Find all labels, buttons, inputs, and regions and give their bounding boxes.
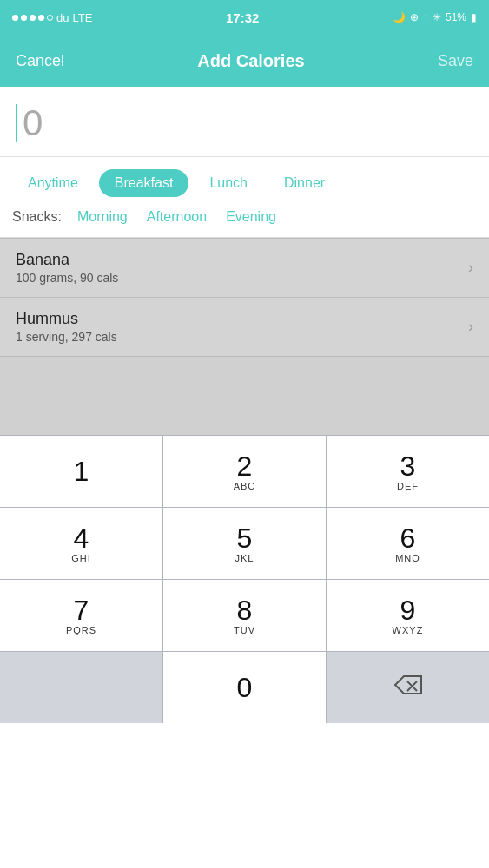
status-bar: du LTE 17:32 🌙 ⊕ ↑ ✳ 51% ▮ (0, 0, 489, 35)
meal-tabs-section: Anytime Breakfast Lunch Dinner Snacks: M… (0, 157, 489, 238)
tab-breakfast[interactable]: Breakfast (99, 169, 189, 197)
dot3 (30, 15, 36, 21)
moon-icon: 🌙 (393, 11, 406, 23)
key-5[interactable]: 5 JKL (163, 508, 327, 579)
status-right: 🌙 ⊕ ↑ ✳ 51% ▮ (393, 11, 477, 23)
chevron-icon-hummus: › (468, 318, 473, 336)
food-detail-banana: 100 grams, 90 cals (16, 271, 468, 285)
bluetooth-icon: ✳ (433, 11, 441, 23)
battery-icon: ▮ (471, 11, 477, 23)
backspace-icon (393, 674, 424, 702)
key-2[interactable]: 2 ABC (163, 436, 327, 507)
keypad-row-4: 0 (0, 651, 489, 723)
dot4 (38, 15, 44, 21)
snacks-label: Snacks: (12, 209, 62, 225)
key-4[interactable]: 4 GHI (0, 508, 163, 579)
status-left: du LTE (12, 11, 92, 24)
save-button[interactable]: Save (438, 52, 473, 70)
food-detail-hummus: 1 serving, 297 cals (16, 330, 468, 344)
keypad-row-2: 4 GHI 5 JKL 6 MNO (0, 507, 489, 579)
cancel-button[interactable]: Cancel (16, 52, 64, 70)
key-3[interactable]: 3 DEF (327, 436, 489, 507)
food-name-banana: Banana (16, 251, 468, 269)
snack-tabs-row: Snacks: Morning Afternoon Evening (12, 206, 477, 228)
key-9[interactable]: 9 WXYZ (327, 580, 489, 651)
page-title: Add Calories (197, 51, 304, 71)
keypad-row-1: 1 2 ABC 3 DEF (0, 435, 489, 507)
tab-anytime[interactable]: Anytime (12, 169, 94, 197)
tab-evening[interactable]: Evening (219, 206, 283, 228)
tab-lunch[interactable]: Lunch (194, 169, 263, 197)
key-1[interactable]: 1 (0, 436, 163, 507)
tab-dinner[interactable]: Dinner (268, 169, 340, 197)
keypad: 1 2 ABC 3 DEF 4 GHI 5 JKL 6 MNO 7 PQRS (0, 435, 489, 723)
key-6[interactable]: 6 MNO (327, 508, 489, 579)
key-7[interactable]: 7 PQRS (0, 580, 163, 651)
battery: 51% (446, 11, 466, 23)
signal-dots (12, 15, 53, 21)
keypad-row-3: 7 PQRS 8 TUV 9 WXYZ (0, 579, 489, 651)
food-info-hummus: Hummus 1 serving, 297 cals (16, 310, 468, 344)
network: LTE (72, 11, 92, 24)
food-list: Banana 100 grams, 90 cals › Hummus 1 ser… (0, 238, 489, 435)
calorie-value[interactable]: 0 (23, 102, 43, 144)
tab-afternoon[interactable]: Afternoon (140, 206, 214, 228)
food-item-hummus[interactable]: Hummus 1 serving, 297 cals › (0, 298, 489, 357)
key-0[interactable]: 0 (163, 652, 327, 723)
food-item-banana[interactable]: Banana 100 grams, 90 cals › (0, 238, 489, 298)
food-info-banana: Banana 100 grams, 90 cals (16, 251, 468, 285)
backspace-key[interactable] (327, 652, 489, 723)
cursor (16, 104, 17, 142)
nav-bar: Cancel Add Calories Save (0, 35, 489, 87)
location-icon: ⊕ (410, 11, 419, 23)
carrier: du (56, 11, 69, 24)
key-empty (0, 652, 163, 723)
arrow-icon: ↑ (423, 11, 428, 23)
food-spacer (0, 357, 489, 435)
calorie-input-area: 0 (0, 87, 489, 157)
chevron-icon-banana: › (468, 259, 473, 277)
key-8[interactable]: 8 TUV (163, 580, 327, 651)
dot2 (21, 15, 27, 21)
dot5 (47, 15, 53, 21)
dot1 (12, 15, 18, 21)
tab-morning[interactable]: Morning (70, 206, 135, 228)
food-name-hummus: Hummus (16, 310, 468, 328)
meal-tabs-row: Anytime Breakfast Lunch Dinner (12, 169, 477, 197)
time: 17:32 (226, 10, 259, 25)
